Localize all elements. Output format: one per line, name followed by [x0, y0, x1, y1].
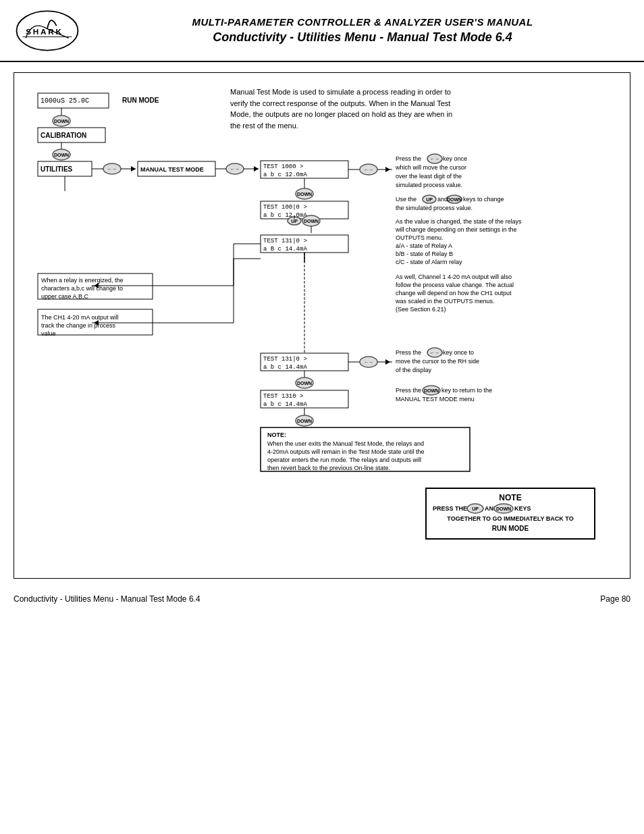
- main-content: Manual Test Mode is used to simulate a p…: [14, 72, 630, 579]
- svg-text:TEST    1310    >: TEST 1310 >: [263, 393, 303, 400]
- svg-text:a b c       12.0mA: a b c 12.0mA: [263, 212, 307, 219]
- svg-text:follow the process value chang: follow the process value change. The act…: [396, 282, 514, 288]
- svg-text:Press the: Press the: [396, 387, 421, 394]
- svg-text:b/B - state of Relay B: b/B - state of Relay B: [396, 251, 453, 257]
- svg-text:Press the: Press the: [396, 349, 421, 356]
- svg-text:←→: ←→: [430, 157, 439, 161]
- svg-text:Press the: Press the: [396, 155, 421, 162]
- svg-text:RUN MODE: RUN MODE: [492, 525, 529, 532]
- svg-text:When a relay is energized, the: When a relay is energized, the: [41, 277, 124, 284]
- intro-text: Manual Test Mode is used to simulate a p…: [230, 86, 460, 131]
- svg-text:DOWN: DOWN: [496, 506, 511, 511]
- svg-text:MANUAL TEST MODE: MANUAL TEST MODE: [140, 166, 204, 173]
- svg-text:over the least digit of the: over the least digit of the: [396, 173, 462, 180]
- header-title1: MULTI-PARAMETER CONTROLLER & ANALYZER US…: [95, 16, 630, 28]
- svg-text:←→: ←→: [107, 167, 117, 172]
- svg-text:TEST    131|0   >: TEST 131|0 >: [263, 356, 307, 363]
- svg-text:upper case A,B,C: upper case A,B,C: [41, 293, 89, 300]
- logo: SHARK: [14, 7, 81, 54]
- svg-text:key once: key once: [443, 155, 467, 162]
- svg-text:operator enters the run mode. : operator enters the run mode. The relays…: [267, 457, 421, 463]
- svg-text:DOWN: DOWN: [54, 119, 69, 124]
- footer-right: Page 80: [600, 594, 630, 604]
- page-header: SHARK MULTI-PARAMETER CONTROLLER & ANALY…: [0, 0, 644, 62]
- svg-text:which will move the cursor: which will move the cursor: [395, 164, 466, 171]
- svg-text:DOWN: DOWN: [447, 197, 462, 202]
- svg-text:UP: UP: [472, 506, 479, 511]
- svg-text:DOWN: DOWN: [297, 192, 312, 197]
- svg-text:key to return to the: key to return to the: [441, 387, 492, 394]
- svg-text:PRESS THE: PRESS THE: [433, 505, 467, 512]
- svg-text:was scaled in the OUTPUTS menu: was scaled in the OUTPUTS menus.: [395, 298, 495, 305]
- svg-text:track the change in process: track the change in process: [41, 322, 116, 329]
- svg-text:DOWN: DOWN: [304, 219, 319, 224]
- svg-text:As well, Channel 1 4-20 mA out: As well, Channel 1 4-20 mA output will a…: [396, 273, 512, 280]
- svg-text:←→: ←→: [430, 350, 439, 355]
- svg-marker-27: [254, 166, 259, 172]
- flow-diagram: 1000uS 25.0C RUN MODE DOWN CALIBRATION D…: [24, 83, 618, 542]
- footer-left: Conductivity - Utilities Menu - Manual T…: [14, 594, 200, 604]
- svg-text:SHARK: SHARK: [26, 27, 63, 36]
- svg-text:key once to: key once to: [443, 349, 474, 356]
- svg-text:NOTE: NOTE: [499, 493, 521, 502]
- svg-text:NOTE:: NOTE:: [267, 432, 286, 438]
- svg-text:MANUAL TEST MODE menu: MANUAL TEST MODE menu: [396, 396, 475, 402]
- svg-text:DOWN: DOWN: [54, 153, 69, 157]
- svg-text:As the value is changed, the s: As the value is changed, the state of th…: [396, 218, 522, 225]
- svg-text:4-20mA outputs will remain in : 4-20mA outputs will remain in the Test M…: [267, 448, 424, 455]
- svg-marker-35: [385, 167, 390, 172]
- svg-text:a b c       12.0mA: a b c 12.0mA: [263, 172, 307, 178]
- svg-text:(See Section 6.21): (See Section 6.21): [396, 306, 446, 313]
- svg-text:a B c       14.4mA: a B c 14.4mA: [263, 246, 307, 253]
- svg-text:TEST    1000    >: TEST 1000 >: [263, 163, 303, 170]
- svg-text:simulated process value.: simulated process value.: [396, 182, 462, 188]
- header-title2: Conductivity - Utilities Menu - Manual T…: [95, 30, 630, 45]
- svg-text:OUTPUTS menu.: OUTPUTS menu.: [396, 234, 444, 241]
- svg-text:1000uS  25.0C: 1000uS 25.0C: [41, 97, 89, 105]
- svg-text:change will depend on how the : change will depend on how the CH1 output: [396, 290, 512, 296]
- svg-text:The CH1 4-20 mA output will: The CH1 4-20 mA output will: [41, 314, 119, 321]
- svg-text:KEYS: KEYS: [514, 505, 531, 512]
- svg-text:the simulated process value.: the simulated process value.: [396, 205, 473, 211]
- svg-text:then revert back to the previo: then revert back to the previous On-line…: [267, 465, 390, 471]
- svg-text:←→: ←→: [364, 360, 373, 365]
- svg-text:TOGETHER TO GO IMMEDIATELY BAC: TOGETHER TO GO IMMEDIATELY BACK TO: [447, 515, 573, 522]
- svg-text:characters a,b,c will change t: characters a,b,c will change to: [41, 285, 123, 292]
- svg-text:DOWN: DOWN: [297, 381, 312, 386]
- svg-text:TEST    100|0   >: TEST 100|0 >: [263, 204, 307, 211]
- svg-text:CALIBRATION: CALIBRATION: [41, 132, 86, 139]
- svg-text:←→: ←→: [230, 167, 240, 172]
- svg-text:DOWN: DOWN: [297, 419, 312, 423]
- svg-text:RUN MODE: RUN MODE: [122, 97, 159, 104]
- svg-text:and: and: [437, 196, 448, 203]
- page-footer: Conductivity - Utilities Menu - Manual T…: [0, 589, 644, 609]
- svg-text:c/C - state of Alarm relay: c/C - state of Alarm relay: [396, 259, 462, 265]
- header-text: MULTI-PARAMETER CONTROLLER & ANALYZER US…: [95, 16, 630, 45]
- svg-text:value: value: [41, 330, 56, 337]
- svg-text:will change depending on their: will change depending on their settings …: [395, 226, 517, 233]
- svg-text:move the cursor  to the RH sid: move the cursor to the RH side: [396, 358, 479, 365]
- svg-text:a/A - state of Relay A: a/A - state of Relay A: [396, 242, 452, 249]
- svg-text:keys to change: keys to change: [463, 196, 504, 203]
- svg-text:When the user exits the Manual: When the user exits the Manual Test Mode…: [267, 440, 424, 447]
- svg-marker-101: [385, 359, 390, 365]
- svg-text:←→: ←→: [364, 167, 373, 172]
- svg-marker-20: [131, 166, 136, 172]
- svg-text:TEST    131|0   >: TEST 131|0 >: [263, 238, 307, 244]
- svg-text:a b c       14.4mA: a b c 14.4mA: [263, 364, 307, 371]
- svg-text:UP: UP: [426, 197, 433, 202]
- svg-text:DOWN: DOWN: [424, 388, 439, 393]
- svg-text:UTILITIES: UTILITIES: [41, 165, 73, 173]
- svg-text:UP: UP: [291, 219, 298, 224]
- svg-text:a b c       14.4mA: a b c 14.4mA: [263, 401, 307, 408]
- svg-text:of the display: of the display: [396, 367, 432, 373]
- svg-text:Use the: Use the: [396, 196, 417, 203]
